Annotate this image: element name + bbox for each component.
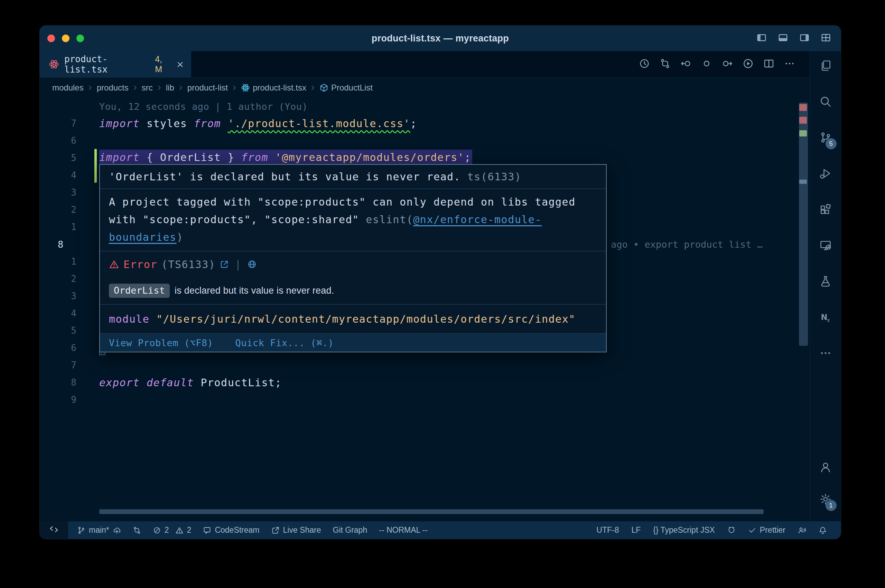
breadcrumb-separator-icon [177,84,185,92]
layout-sidebar-left-icon [756,38,767,44]
breadcrumb-item-lib[interactable]: lib [166,83,174,93]
breadcrumb-item-productlist[interactable]: ProductList [319,83,373,93]
split-editor-button[interactable] [763,58,774,70]
gutter [40,98,99,115]
gutter: 8 [40,374,99,391]
status-notifications[interactable] [819,526,827,534]
close-window-button[interactable] [47,34,55,42]
activity-explorer[interactable] [819,59,832,73]
layout-sidebar-left-button[interactable] [756,33,767,44]
hover-text: 'OrderList' is declared but its value is… [109,171,460,183]
code-token: './product-list.module.css' [228,117,410,129]
hover-footer: View Problem (⌥F8) Quick Fix... (⌘.) [100,334,606,352]
breadcrumb-item-products[interactable]: products [97,83,129,93]
line-number: 7 [71,118,77,129]
next-change-button[interactable] [722,58,733,70]
activity-source-control[interactable]: 5 [819,131,832,145]
layout-sidebar-right-button[interactable] [799,33,810,44]
activity-remote-explorer[interactable] [819,239,832,253]
run-file-button[interactable] [742,58,754,70]
status-label: Live Share [283,525,321,535]
status-language-mode[interactable]: {} TypeScript JSX [653,525,715,535]
activity-extensions[interactable] [819,203,832,217]
code-line[interactable]: import { OrderList } from '@myreactapp/m… [99,150,810,166]
titlebar: product-list.tsx — myreactapp [40,26,841,51]
breadcrumb: modulesproductssrclibproduct-listproduct… [40,78,810,98]
activity-testing[interactable] [819,275,832,289]
vertical-scrollbar[interactable] [799,103,808,346]
open-external-icon[interactable] [219,260,229,269]
breadcrumb-item-modules[interactable]: modules [52,83,84,93]
activity-bar-bottom: 1 [819,461,832,521]
status-prettier[interactable]: Prettier [748,525,786,535]
status-problems[interactable]: 22 [153,525,192,535]
editor-layout-button[interactable] [821,33,831,44]
activity-run-debug[interactable] [819,167,832,181]
activity-more-views[interactable] [819,347,832,361]
breadcrumb-label: lib [166,83,174,93]
status-label: Git Graph [333,525,368,535]
circle-outline-button[interactable] [701,58,712,70]
breadcrumb-item-src[interactable]: src [142,83,153,93]
line-number: 5 [71,153,77,163]
activity-nx-console[interactable]: Nx [819,311,832,325]
breadcrumb-item-product-list[interactable]: product-list [187,83,228,93]
gutter: 8 [40,236,99,253]
breadcrumb-separator-icon [156,84,163,92]
svg-text:N: N [821,313,827,322]
status-live-share-session[interactable] [798,526,806,534]
minimize-window-button[interactable] [62,34,69,42]
status-codestream[interactable]: CodeStream [203,525,259,535]
status-git-graph[interactable]: Git Graph [333,525,368,535]
remote-indicator-icon [50,525,59,536]
horizontal-scrollbar[interactable] [99,509,764,514]
code-token: ; [464,152,471,164]
activity-bar-top: 5Nx [819,51,832,461]
hover-text: ts(6133) [460,171,521,183]
previous-change-icon [680,58,691,70]
split-editor-icon [763,58,774,70]
status-encoding[interactable]: UTF-8 [597,525,619,535]
code-token: { OrderList } [140,152,241,164]
breadcrumb-label: products [97,83,129,93]
status-right-group: UTF-8LF{} TypeScript JSXPrettier [597,525,841,535]
status-live-share[interactable]: Live Share [271,525,321,535]
activity-settings[interactable]: 1 [819,493,832,507]
code-line[interactable]: import styles from './product-list.modul… [99,117,810,129]
status-eol[interactable]: LF [631,525,641,535]
status-remote-indicator[interactable] [40,521,68,539]
code-token: default [147,376,194,388]
git-compare-button[interactable] [660,58,671,70]
view-problem-link[interactable]: View Problem (⌥F8) [109,338,213,348]
status-git-branch[interactable]: main* [77,525,121,535]
zoom-window-button[interactable] [77,34,84,42]
more-actions-button[interactable] [784,58,795,70]
status-git-graph-compare[interactable] [133,526,141,534]
status-github[interactable] [727,526,736,534]
status-label: LF [631,525,641,535]
inline-blame-annotation: ago • export product list … [611,236,763,253]
more-icon [819,347,832,361]
layout-panel-icon [778,38,788,44]
timeline-history-button[interactable] [639,58,650,70]
breadcrumb-separator-icon [131,84,139,92]
quick-fix-link[interactable]: Quick Fix... (⌘.) [236,338,334,348]
tab-label: product-list.tsx [64,54,150,75]
globe-icon[interactable] [247,260,257,269]
error-warning-icon [109,259,119,270]
previous-change-button[interactable] [680,58,691,70]
tab-product-list[interactable]: product-list.tsx 4, M × [40,51,191,77]
layout-panel-button[interactable] [778,33,788,44]
breadcrumb-item-product-list-tsx[interactable]: product-list.tsx [241,83,306,93]
activity-search[interactable] [819,95,832,109]
breadcrumb-separator-icon [231,84,238,92]
code-line[interactable]: export default ProductList; [99,376,810,388]
close-tab-icon[interactable]: × [177,58,183,70]
activity-accounts[interactable] [819,461,832,475]
code-token: from [241,152,268,164]
status-vim-mode[interactable]: -- NORMAL -- [379,525,428,535]
line-number: 5 [71,326,77,336]
status-label: main* [89,525,109,535]
hover-detail-text: is declared but its value is never read. [174,285,334,296]
layout-sidebar-right-icon [799,38,810,44]
